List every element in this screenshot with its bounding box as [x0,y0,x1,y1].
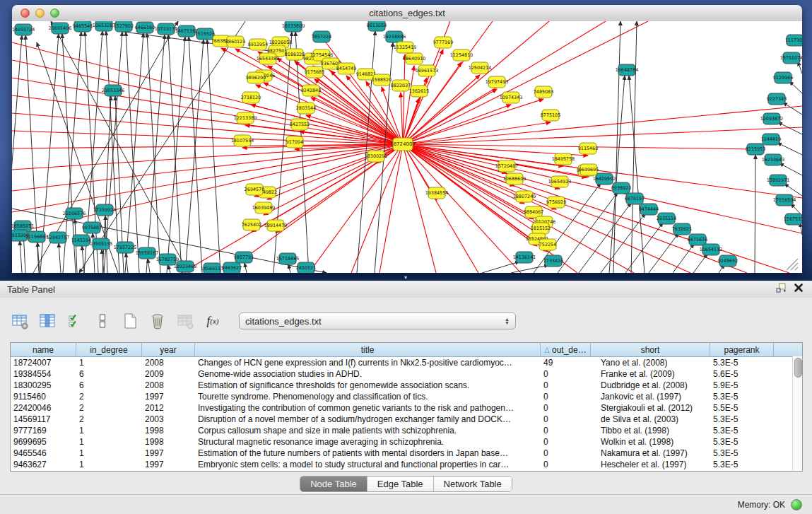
table-vertical-scrollbar[interactable] [792,356,802,471]
svg-text:15720407: 15720407 [495,163,519,169]
svg-text:17359924: 17359924 [93,207,117,213]
table-row[interactable]: 1456911722003Disruption of a novel membe… [11,414,802,425]
cell: 2 [76,414,142,424]
table-row[interactable]: 2242004622012Investigating the contribut… [11,402,802,414]
svg-text:8215953: 8215953 [746,146,765,152]
column-header-pagerank[interactable]: pagerank [710,343,774,356]
svg-text:20053346: 20053346 [102,88,125,93]
svg-text:2694570: 2694570 [245,187,264,192]
table-body: 1872400712008Changes of HCN gene express… [11,357,802,470]
table-row[interactable]: 911546021997Tourette syndrome. Phenomeno… [11,391,802,402]
cell: 6 [76,380,142,390]
svg-text:16782759: 16782759 [156,257,180,262]
svg-text:8912954: 8912954 [248,42,268,47]
delete-table-button[interactable] [175,311,195,331]
table-source-dropdown[interactable]: citations_edges.txt ▲▼ [239,313,516,329]
svg-text:18807249: 18807249 [513,194,536,199]
function-builder-button[interactable]: f(x) [203,311,223,331]
table-panel-body: f(x) citations_edges.txt ▲▼ namein_degre… [0,298,812,494]
cell: Nakamura et al. (1997) [591,448,710,458]
svg-text:16409592: 16409592 [593,176,616,182]
svg-text:15892971: 15892971 [767,177,790,183]
svg-text:9896290: 9896290 [246,75,266,81]
svg-text:18640910: 18640910 [403,56,426,62]
cell: 9465546 [11,448,76,458]
cell: 18724007 [11,358,76,368]
svg-text:8938923: 8938923 [611,185,631,191]
network-graph-svg: 1405572420691406946554610653287152760264… [12,21,802,273]
table-mode-button[interactable] [10,311,30,331]
column-header-out_de[interactable]: △out_de… [541,343,591,356]
cell: 5.3E-5 [710,414,774,424]
table-row[interactable]: 1938455462009Genome-wide association stu… [11,368,802,380]
table-row[interactable]: 946362711997Embryonic stem cells: a mode… [11,459,802,470]
cell: 2003 [142,414,195,424]
svg-text:20206576: 20206576 [63,211,86,216]
tab-edge-table[interactable]: Edge Table [367,477,434,491]
column-header-in_degree[interactable]: in_degree [76,343,142,356]
svg-text:16039489: 16039489 [252,205,276,211]
cell: 5.3E-5 [710,448,774,458]
svg-text:16033809: 16033809 [282,23,305,29]
table-row[interactable]: 977716911998Corpus callosum shape and si… [11,425,802,436]
cell: 5.9E-5 [710,380,774,390]
close-panel-icon[interactable] [794,283,804,296]
svg-text:11325419: 11325419 [394,45,417,50]
cell: Franke et al. (2009) [591,369,710,379]
cell: 5.3E-5 [710,437,774,447]
svg-text:9975887: 9975887 [82,225,102,230]
network-window-titlebar[interactable]: citations_edges.txt [12,5,802,22]
panel-splitter-handle[interactable]: ▾ [401,276,411,280]
svg-text:1167533: 1167533 [784,216,802,222]
svg-text:12093872: 12093872 [760,116,784,122]
network-canvas[interactable]: 1405572420691406946554610653287152760264… [12,21,802,273]
svg-text:6879197: 6879197 [625,196,645,201]
cell: Wolkin et al. (1998) [591,437,710,447]
create-column-button[interactable] [120,311,140,331]
column-header-short[interactable]: short [591,343,710,356]
cell: Investigating the contribution of common… [195,403,541,413]
svg-text:13505135: 13505135 [90,241,113,247]
cell: 14569117 [11,414,76,424]
cell: Disruption of a novel member of a sodium… [195,414,541,424]
svg-text:10688609: 10688609 [503,176,526,182]
delete-column-button[interactable] [148,311,167,331]
svg-text:6466160: 6466160 [135,25,155,30]
svg-text:8813054: 8813054 [367,23,387,28]
svg-text:1733426: 1733426 [543,258,563,264]
cell: 0 [541,460,591,469]
svg-text:12504214: 12504214 [469,65,492,71]
column-header-title[interactable]: title [195,343,541,356]
svg-text:1117304: 1117304 [785,37,802,43]
tab-network-table[interactable]: Network Table [434,477,512,491]
select-columns-button[interactable] [65,311,85,331]
table-row[interactable]: 1872400712008Changes of HCN gene express… [11,357,802,368]
table-toolbar: f(x) citations_edges.txt ▲▼ [10,310,516,332]
svg-text:9699695: 9699695 [579,167,599,173]
cell: Embryonic stem cells: a model to study s… [195,460,541,469]
svg-text:7857224: 7857224 [312,34,331,40]
float-panel-icon[interactable] [775,282,787,296]
table-tabs: Node TableEdge TableNetwork Table [0,476,812,492]
svg-text:9175685: 9175685 [305,69,324,75]
table-row[interactable]: 1830029562008Estimation of significance … [11,380,802,391]
tab-node-table[interactable]: Node Table [300,477,367,491]
cell: 0 [541,437,591,447]
svg-text:8775105: 8775105 [541,112,560,118]
table-row[interactable]: 946554611997Estimation of the future num… [11,448,802,459]
cell: 5.3E-5 [710,392,774,402]
svg-text:14136141: 14136141 [513,255,536,260]
scrollbar-thumb[interactable] [794,358,802,378]
cell: Estimation of the future numbers of pati… [195,448,541,458]
svg-text:9884067: 9884067 [524,209,543,215]
column-header-year[interactable]: year [142,343,195,356]
row-height-button[interactable] [93,311,112,331]
cell: 9463627 [11,460,76,469]
svg-text:1815152: 1815152 [531,226,551,231]
table-row[interactable]: 969969511998Structural magnetic resonanc… [11,436,802,448]
cell: 9115460 [11,392,76,402]
show-columns-button[interactable] [37,311,57,331]
svg-text:2935114: 2935114 [657,216,676,221]
column-header-name[interactable]: name [11,343,76,356]
cell: 18300295 [11,380,76,390]
